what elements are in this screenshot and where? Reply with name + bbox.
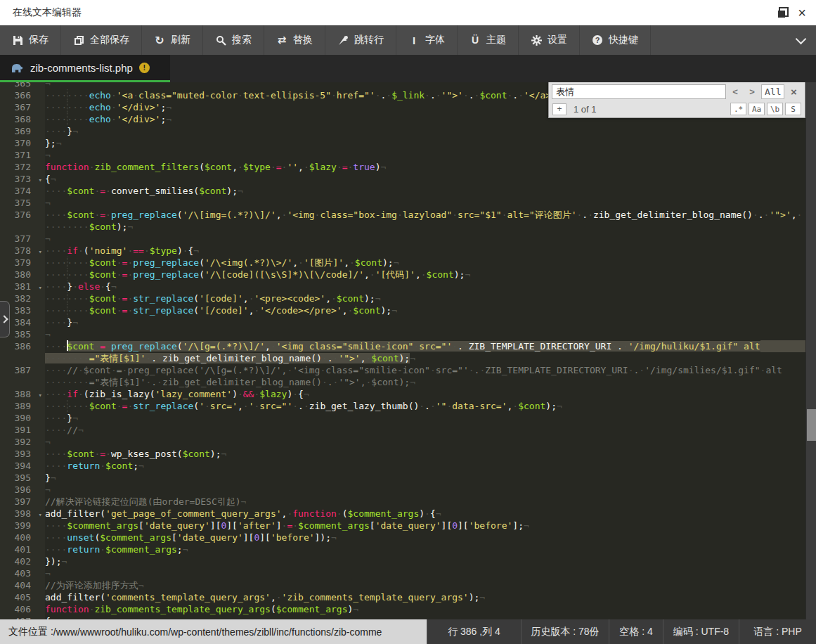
tab-zib-comments-list[interactable]: zib-comments-list.php ! (0, 55, 170, 82)
gutter-line-number[interactable]: 397 (0, 496, 45, 508)
code-text[interactable]: add_filter('comments_template_query_args… (45, 591, 485, 603)
code-text[interactable]: ········$cont·=·str_replace('[code]',·'<… (45, 292, 380, 304)
gutter-line-number[interactable]: 405 (0, 591, 45, 603)
status-segment[interactable]: 行 386 ,列 4 (427, 619, 521, 644)
code-line[interactable]: 377¬ (0, 233, 816, 245)
code-line[interactable]: 404//为评论添加排序方式¬ (0, 579, 816, 591)
gutter-line-number[interactable]: 401 (0, 543, 45, 555)
gutter-line-number[interactable]: 371 (0, 149, 45, 161)
code-line[interactable]: 375¬ (0, 197, 816, 209)
code-line[interactable]: 405add_filter('comments_template_query_a… (0, 591, 816, 603)
gutter-line-number[interactable]: 374 (0, 185, 45, 197)
code-text[interactable]: {¬ (45, 615, 56, 619)
gutter-line-number[interactable]: 407▾ (0, 615, 45, 619)
code-line[interactable]: 378▾····if·('noimg'·==·$type)·{¬ (0, 245, 816, 257)
gutter-line-number[interactable]: 390 (0, 412, 45, 424)
gutter-line-number[interactable]: 376 (0, 209, 45, 221)
code-line[interactable]: ········="表情[$1]'·.·zib_get_delimiter_bl… (0, 352, 816, 364)
code-text[interactable]: ¬ (45, 436, 51, 448)
code-line[interactable]: 370};¬ (0, 137, 816, 149)
sidebar-toggle-button[interactable] (0, 301, 10, 337)
close-window-icon[interactable]: × (798, 6, 806, 20)
gutter-line-number[interactable]: 392 (0, 436, 45, 448)
code-text[interactable]: ¬ (45, 197, 51, 209)
toolbar-button-font[interactable]: I字体 (396, 25, 458, 55)
gutter-line-number[interactable]: 400 (0, 532, 45, 543)
toolbar-button-theme[interactable]: Ü主题 (458, 25, 519, 55)
gutter-line-number[interactable] (0, 221, 45, 233)
gutter-line-number[interactable]: 367 (0, 101, 45, 113)
code-text[interactable]: ¬ (45, 567, 51, 579)
code-text[interactable]: ¬ (45, 233, 51, 245)
code-line[interactable]: 389········$cont·=·str_replace('·src=',·… (0, 400, 816, 412)
toolbar-button-save[interactable]: 保存 (0, 25, 61, 55)
gutter-line-number[interactable]: 379 (0, 257, 45, 269)
code-text[interactable]: ········$cont·=·preg_replace('/\<img(.*?… (45, 257, 399, 269)
code-text[interactable]: ····//·$cont·=·preg_replace('/\[g=(.*?)\… (45, 364, 782, 376)
code-text[interactable]: ········="表情[$1]'·.·zib_get_delimiter_bl… (45, 352, 415, 364)
gutter-line-number[interactable]: 394 (0, 460, 45, 472)
gutter-line-number[interactable]: 387 (0, 364, 45, 376)
code-line[interactable]: 390····}¬ (0, 412, 816, 424)
code-text[interactable]: ········echo·'</div>';¬ (45, 101, 171, 113)
file-location-field[interactable]: 文件位置 : /www/wwwroot/huliku.com/wp-conten… (0, 619, 427, 644)
code-text[interactable]: ········echo·'</div>';¬ (45, 113, 171, 125)
status-segment[interactable]: 空格 : 4 (609, 619, 663, 644)
code-text[interactable]: ····//¬ (45, 424, 84, 436)
code-line[interactable]: 397//解决评论链接定位问题(由order=DESC引起)¬ (0, 496, 816, 508)
code-text[interactable]: ····}¬ (45, 412, 78, 424)
code-line[interactable]: 380········$cont·=·preg_replace('/\[code… (0, 269, 816, 281)
toolbar-button-replace[interactable]: ⇄替换 (264, 25, 325, 55)
fold-arrow-icon[interactable]: ▾ (39, 617, 42, 619)
search-next-button[interactable]: > (744, 84, 760, 99)
toolbar-button-search[interactable]: 搜索 (203, 25, 264, 55)
code-text[interactable]: //解决评论链接定位问题(由order=DESC引起)¬ (45, 496, 246, 508)
gutter-line-number[interactable]: 391 (0, 424, 45, 436)
gutter-line-number[interactable]: 396 (0, 484, 45, 496)
code-text[interactable]: ········="表情[$1]'·.·zib_get_delimiter_bl… (45, 376, 415, 388)
code-text[interactable]: ····if·('noimg'·==·$type)·{¬ (45, 245, 199, 257)
gutter-line-number[interactable]: 388▾ (0, 388, 45, 400)
gutter-line-number[interactable]: 395 (0, 472, 45, 484)
code-line[interactable]: 371¬ (0, 149, 816, 161)
gutter-line-number[interactable]: 373▾ (0, 173, 45, 185)
code-line[interactable]: 379········$cont·=·preg_replace('/\<img(… (0, 257, 816, 269)
code-text[interactable]: });¬ (45, 555, 67, 567)
code-line[interactable]: 392¬ (0, 436, 816, 448)
code-line[interactable]: 385¬ (0, 328, 816, 340)
toolbar-button-settings[interactable]: 设置 (519, 25, 580, 55)
gutter-line-number[interactable]: 398▾ (0, 508, 45, 520)
gutter-line-number[interactable]: 377 (0, 233, 45, 245)
gutter-line-number[interactable]: 381▾ (0, 281, 45, 292)
search-add-button[interactable]: + (552, 103, 566, 115)
code-line[interactable]: 406function·zib_comments_template_query_… (0, 603, 816, 615)
search-selection-toggle[interactable]: S (785, 103, 801, 115)
search-case-toggle[interactable]: Aa (749, 103, 765, 115)
code-text[interactable]: ····return·$cont;¬ (45, 460, 144, 472)
gutter-line-number[interactable]: 386 (0, 340, 45, 352)
search-prev-button[interactable]: < (727, 84, 743, 99)
code-line[interactable]: 400····unset($comment_args['date_query']… (0, 532, 816, 543)
code-line[interactable]: 407▾{¬ (0, 615, 816, 619)
code-line[interactable]: 395}¬ (0, 472, 816, 484)
code-text[interactable]: function·zib_comments_template_query_arg… (45, 603, 358, 615)
search-close-icon[interactable]: × (786, 84, 801, 99)
code-line[interactable]: 398▾add_filter('get_page_of_comment_quer… (0, 508, 816, 520)
toolbar-button-goto-line[interactable]: 跳转行 (325, 25, 396, 55)
gutter-line-number[interactable]: 365 (0, 82, 45, 89)
code-text[interactable]: ¬ (45, 484, 51, 496)
code-line[interactable]: 373▾{¬ (0, 173, 816, 185)
code-text[interactable]: add_filter('get_page_of_comment_query_ar… (45, 508, 441, 520)
status-segment[interactable]: 编码 : UTF-8 (663, 619, 739, 644)
status-segment[interactable]: 语言 : PHP (739, 619, 816, 644)
code-line[interactable]: 376····$cont·=·preg_replace('/\[img=(.*?… (0, 209, 816, 221)
gutter-line-number[interactable]: 369 (0, 125, 45, 137)
code-text[interactable]: ····$cont·=·wp_kses_post($cont);¬ (45, 448, 226, 460)
code-line[interactable]: 387····//·$cont·=·preg_replace('/\[g=(.*… (0, 364, 816, 376)
code-text[interactable]: ····$cont·=·preg_replace('/\[g=(.*?)\]/'… (45, 340, 760, 352)
code-text[interactable]: ····$cont·=·preg_replace('/\[img=(.*?)\]… (45, 209, 802, 221)
code-text[interactable]: ········$cont·=·preg_replace('/\[code]([… (45, 269, 470, 281)
code-line[interactable]: ········="表情[$1]'·.·zib_get_delimiter_bl… (0, 376, 816, 388)
code-line[interactable]: 386····$cont·=·preg_replace('/\[g=(.*?)\… (0, 340, 816, 352)
gutter-line-number[interactable]: 370 (0, 137, 45, 149)
